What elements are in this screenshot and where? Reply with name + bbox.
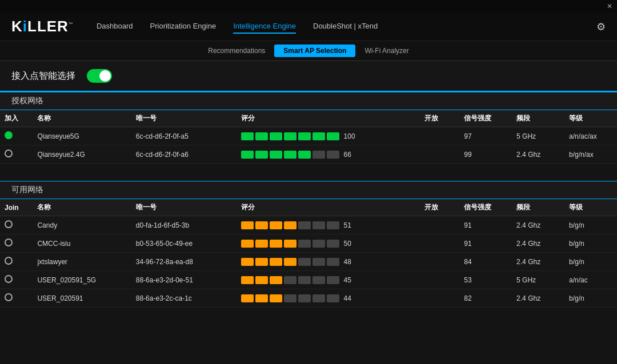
td-grade: b/g/n [564, 234, 617, 253]
col-header-name: 名称 [33, 110, 131, 127]
toggle-knob [99, 70, 111, 82]
td-name: USER_020591_5G [33, 271, 131, 289]
col-header-freq: 频段 [512, 110, 564, 127]
td-score: 100 [237, 127, 420, 145]
nav-bar: Dashboard Prioritization Engine Intellig… [97, 19, 596, 34]
title-bar: ✕ [0, 0, 617, 13]
td-freq: 5 GHz [512, 271, 564, 289]
td-freq: 5 GHz [512, 127, 564, 145]
td-freq: 2.4 Ghz [512, 234, 564, 253]
nav-doubleshot[interactable]: DoubleShot | xTend [313, 19, 378, 34]
radio-join[interactable] [5, 220, 13, 228]
td-freq: 2.4 Ghz [512, 216, 564, 234]
avail-col-header-uid: 唯一号 [131, 199, 237, 216]
td-signal: 91 [459, 216, 512, 234]
available-table-header: Join 名称 唯一号 评分 开放 信号强度 频段 等级 [0, 199, 617, 216]
td-score: 45 [237, 271, 420, 289]
td-join [0, 216, 33, 234]
td-join [0, 253, 33, 271]
avail-col-header-freq: 频段 [512, 199, 564, 216]
subnav-wifi-analyzer[interactable]: Wi-Fi Analyzer [355, 45, 418, 57]
ap-toggle-section: 接入点智能选择 [0, 61, 617, 92]
td-name: Candy [33, 216, 131, 234]
td-uid: 88-6a-e3-2d-0e-51 [131, 271, 237, 289]
table-row: CMCC-isiu b0-53-65-0c-49-ee 50 91 2.4 Gh… [0, 234, 617, 253]
col-header-join: 加入 [0, 110, 33, 127]
table-row: Qianseyue5G 6c-cd-d6-2f-0f-a5 100 97 5 G… [0, 127, 617, 145]
table-row: USER_020591_5G 88-6a-e3-2d-0e-51 45 53 5… [0, 271, 617, 289]
col-header-uid: 唯一号 [131, 110, 237, 127]
td-open [420, 145, 459, 164]
table-row: jxtslawyer 34-96-72-8a-ea-d8 48 84 2.4 G… [0, 253, 617, 271]
subnav-smart-ap[interactable]: Smart AP Selection [274, 45, 355, 57]
content-area: 接入点智能选择 授权网络 加入 名称 唯一号 评分 开放 信号强度 频段 等级 [0, 61, 617, 363]
nav-intelligence[interactable]: Intelligence Engine [233, 19, 296, 34]
ap-toggle-switch[interactable] [87, 69, 112, 83]
table-row: Candy d0-fa-1d-6f-d5-3b 51 91 2.4 Ghz b/… [0, 216, 617, 234]
td-join [0, 289, 33, 308]
avail-col-header-name: 名称 [33, 199, 131, 216]
td-grade: a/n/ac [564, 271, 617, 289]
logo: KiLLER™ [11, 18, 74, 35]
td-score: 51 [237, 216, 420, 234]
td-freq: 2.4 Ghz [512, 253, 564, 271]
avail-col-header-join: Join [0, 199, 33, 216]
td-uid: 6c-cd-d6-2f-0f-a6 [131, 145, 237, 164]
col-header-score: 评分 [237, 110, 420, 127]
avail-col-header-signal: 信号强度 [459, 199, 512, 216]
radio-join[interactable] [5, 257, 13, 265]
td-grade: b/g/n [564, 289, 617, 308]
td-score: 66 [237, 145, 420, 164]
available-table-wrapper[interactable]: Candy d0-fa-1d-6f-d5-3b 51 91 2.4 Ghz b/… [0, 216, 617, 363]
td-signal: 99 [459, 145, 512, 164]
td-join [0, 271, 33, 289]
available-table-header-row: Join 名称 唯一号 评分 开放 信号强度 频段 等级 [0, 199, 617, 216]
avail-col-header-grade: 等级 [564, 199, 617, 216]
td-open [420, 216, 459, 234]
authorized-section-header: 授权网络 [0, 92, 617, 110]
authorized-table: 加入 名称 唯一号 评分 开放 信号强度 频段 等级 Qianseyue5G 6… [0, 110, 617, 164]
td-join [0, 234, 33, 253]
available-section: 可用网络 Join 名称 唯一号 评分 开放 信号强度 频段 等级 [0, 181, 617, 363]
radio-join[interactable] [5, 238, 13, 246]
radio-join[interactable] [5, 275, 13, 283]
td-freq: 2.4 Ghz [512, 289, 564, 308]
td-name: jxtslawyer [33, 253, 131, 271]
close-button[interactable]: ✕ [607, 2, 612, 10]
table-row: Qianseyue2.4G 6c-cd-d6-2f-0f-a6 66 99 2.… [0, 145, 617, 164]
td-uid: 34-96-72-8a-ea-d8 [131, 253, 237, 271]
td-signal: 82 [459, 289, 512, 308]
col-header-open: 开放 [420, 110, 459, 127]
authorized-section: 授权网络 加入 名称 唯一号 评分 开放 信号强度 频段 等级 Qianseyu… [0, 92, 617, 164]
td-signal: 97 [459, 127, 512, 145]
td-score: 48 [237, 253, 420, 271]
td-name: Qianseyue2.4G [33, 145, 131, 164]
td-join [0, 127, 33, 145]
settings-icon[interactable]: ⚙ [596, 21, 606, 33]
td-name: Qianseyue5G [33, 127, 131, 145]
subnav-recommendations[interactable]: Recommendations [199, 45, 274, 57]
td-open [420, 253, 459, 271]
td-join [0, 145, 33, 164]
td-uid: 88-6a-e3-2c-ca-1c [131, 289, 237, 308]
radio-join[interactable] [5, 293, 13, 301]
col-header-grade: 等级 [564, 110, 617, 127]
td-signal: 53 [459, 271, 512, 289]
mid-spacer [0, 164, 617, 181]
td-open [420, 234, 459, 253]
td-signal: 91 [459, 234, 512, 253]
td-open [420, 127, 459, 145]
td-uid: 6c-cd-d6-2f-0f-a5 [131, 127, 237, 145]
nav-dashboard[interactable]: Dashboard [97, 19, 133, 34]
td-freq: 2.4 Ghz [512, 145, 564, 164]
td-score: 44 [237, 289, 420, 308]
radio-joined[interactable] [5, 131, 13, 139]
available-table: Candy d0-fa-1d-6f-d5-3b 51 91 2.4 Ghz b/… [0, 216, 617, 308]
authorized-table-header: 加入 名称 唯一号 评分 开放 信号强度 频段 等级 [0, 110, 617, 127]
td-grade: b/g/n [564, 253, 617, 271]
td-uid: d0-fa-1d-6f-d5-3b [131, 216, 237, 234]
avail-col-header-score: 评分 [237, 199, 420, 216]
td-signal: 84 [459, 253, 512, 271]
nav-prioritization[interactable]: Prioritization Engine [150, 19, 217, 34]
radio-not-joined[interactable] [5, 149, 13, 157]
